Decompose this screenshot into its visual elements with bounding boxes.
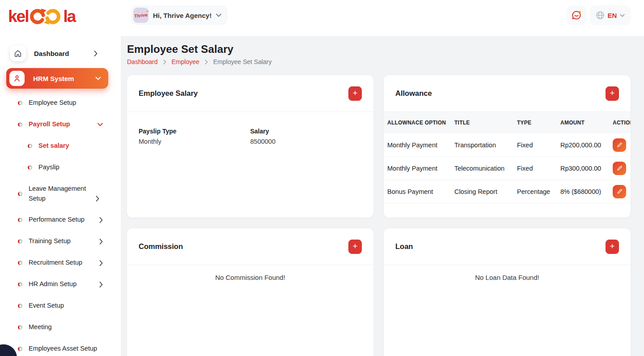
- sidebar-item-training-setup[interactable]: Training Setup: [0, 231, 121, 252]
- allowance-card-header: Allowance +: [384, 75, 631, 112]
- employee-salary-body: Payslip Type Monthly Salary 8500000: [127, 112, 373, 145]
- sidebar-item-performance-setup[interactable]: Performance Setup: [0, 209, 121, 231]
- cell-title: Closing Report: [454, 188, 517, 195]
- table-row: Monthly Payment Transportation Fixed Rp2…: [384, 133, 631, 157]
- pencil-icon: [616, 142, 623, 148]
- field-label: Salary: [250, 128, 362, 135]
- edit-allowance-button[interactable]: [613, 185, 626, 198]
- sidebar-item-event-setup[interactable]: Event Setup: [0, 295, 121, 317]
- sidebar-item-leave-management-setup[interactable]: Leave Management Setup: [0, 178, 121, 209]
- page-head: Employee Set Salary Dashboard Employee E…: [127, 43, 272, 65]
- cell-amount: 8% ($680000): [560, 188, 613, 195]
- sidebar-item-label: Recruitment Setup: [29, 258, 99, 267]
- bullet-icon: [18, 239, 22, 244]
- add-commission-button[interactable]: +: [348, 240, 362, 254]
- sidebar-item-payroll-setup[interactable]: Payroll Setup: [0, 114, 121, 135]
- add-allowance-button[interactable]: +: [606, 86, 619, 101]
- logo-circular-arrows-icon: [29, 6, 63, 26]
- chat-button[interactable]: [567, 5, 586, 25]
- sidebar-item-hr-admin-setup[interactable]: HR Admin Setup: [0, 274, 121, 295]
- cell-title: Transportation: [454, 142, 517, 149]
- sidebar-item-recruitment-setup[interactable]: Recruitment Setup: [0, 252, 121, 274]
- sidebar-item-dashboard[interactable]: Dashboard: [6, 43, 114, 64]
- commission-card-header: Commission +: [127, 228, 373, 265]
- sidebar-item-label: HRM System: [33, 75, 95, 82]
- sidebar-item-employees-asset-setup[interactable]: Employees Asset Setup: [0, 338, 121, 356]
- commission-empty-state: No Commission Found!: [127, 265, 373, 281]
- globe-icon: [596, 11, 605, 20]
- chevron-down-icon: [95, 77, 101, 80]
- employee-salary-card: Employee Salary + Payslip Type Monthly S…: [127, 75, 373, 218]
- sidebar-item-label: Meeting: [29, 322, 121, 332]
- add-loan-button[interactable]: +: [606, 240, 619, 254]
- greeting-text: Hi, Thrive Agency!: [153, 12, 212, 19]
- commission-card: Commission + No Commission Found!: [127, 228, 373, 356]
- column-header: TYPE: [517, 120, 560, 126]
- table-row: Bonus Payment Closing Report Percentage …: [384, 180, 631, 203]
- column-header: ALLOWNACE OPTION: [387, 120, 454, 126]
- chevron-right-icon: [94, 51, 97, 56]
- bullet-icon: [18, 122, 22, 127]
- loan-empty-state: No Loan Data Found!: [384, 265, 631, 281]
- sidebar-item-set-salary[interactable]: Set salary: [0, 135, 121, 157]
- cell-type: Percentage: [517, 188, 560, 195]
- chevron-down-icon: [97, 123, 103, 126]
- loan-card: Loan + No Loan Data Found!: [384, 228, 631, 356]
- chevron-right-icon: [205, 60, 208, 64]
- field-value: Monthly: [139, 138, 250, 145]
- column-header: ACTION: [613, 120, 631, 126]
- bullet-icon: [18, 304, 22, 308]
- bullet-icon: [18, 218, 22, 222]
- sidebar: Dashboard HRM System Employee Setup Payr…: [0, 36, 121, 356]
- salary-field: Salary 8500000: [250, 128, 362, 145]
- avatar-text: Thrive: [134, 12, 148, 18]
- cell-amount: Rp300,000.00: [560, 165, 613, 172]
- hrm-submenu: Employee Setup Payroll Setup Set salary …: [0, 92, 121, 356]
- edit-allowance-button[interactable]: [613, 162, 626, 175]
- payslip-type-field: Payslip Type Monthly: [139, 128, 250, 145]
- sidebar-item-label: Payroll Setup: [29, 120, 97, 129]
- cell-type: Fixed: [517, 165, 560, 172]
- sidebar-item-label: Employees Asset Setup: [29, 344, 121, 353]
- chevron-down-icon: [620, 14, 625, 17]
- edit-allowance-button[interactable]: [613, 138, 626, 152]
- sidebar-item-payslip[interactable]: Payslip: [0, 157, 121, 178]
- field-value: 8500000: [250, 138, 362, 145]
- cell-allowance-option: Monthly Payment: [387, 165, 454, 172]
- cards-grid: Employee Salary + Payslip Type Monthly S…: [127, 75, 631, 356]
- bullet-icon: [18, 282, 22, 287]
- field-label: Payslip Type: [139, 128, 250, 135]
- add-salary-button[interactable]: +: [348, 86, 362, 101]
- sidebar-item-employee-setup[interactable]: Employee Setup: [0, 92, 121, 114]
- logo-text-right: la: [63, 8, 75, 25]
- page-title: Employee Set Salary: [127, 43, 272, 56]
- keloola-logo[interactable]: kel la: [8, 5, 75, 27]
- account-menu[interactable]: Thrive Hi, Thrive Agency!: [131, 6, 227, 25]
- bullet-icon: [18, 192, 22, 196]
- card-title: Commission: [139, 242, 183, 251]
- breadcrumb-employee[interactable]: Employee: [172, 58, 199, 65]
- card-title: Allowance: [395, 89, 432, 98]
- sidebar-item-label: Payslip: [38, 163, 121, 172]
- sidebar-item-meeting[interactable]: Meeting: [0, 317, 121, 338]
- top-header: kel la Thrive Hi, Thrive Agency! EN: [0, 0, 644, 36]
- column-header: TITLE: [454, 120, 517, 126]
- main-content: Employee Set Salary Dashboard Employee E…: [121, 36, 644, 356]
- language-selector[interactable]: EN: [590, 5, 631, 25]
- chat-smiley-icon: [571, 9, 582, 21]
- sidebar-item-label: Training Setup: [29, 236, 99, 246]
- logo-text-left: kel: [8, 8, 28, 25]
- allowance-table-header: ALLOWNACE OPTION TITLE TYPE AMOUNT ACTIO…: [384, 112, 631, 133]
- person-icon: [9, 71, 25, 86]
- card-title: Employee Salary: [139, 89, 198, 98]
- bullet-icon: [18, 347, 22, 351]
- chevron-right-icon: [163, 60, 166, 64]
- column-header: AMOUNT: [560, 120, 613, 126]
- pencil-icon: [616, 188, 623, 195]
- breadcrumb-current: Employee Set Salary: [213, 58, 272, 65]
- chevron-right-icon: [96, 196, 99, 202]
- sidebar-item-hrm-system[interactable]: HRM System: [6, 68, 108, 89]
- breadcrumb-dashboard[interactable]: Dashboard: [127, 58, 158, 65]
- breadcrumb: Dashboard Employee Employee Set Salary: [127, 58, 272, 65]
- employee-salary-card-header: Employee Salary +: [127, 75, 373, 112]
